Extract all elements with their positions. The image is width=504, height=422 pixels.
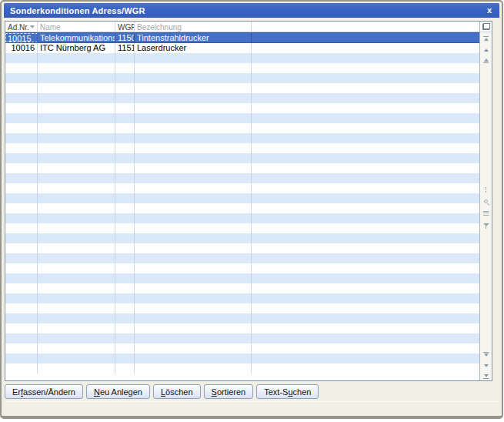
table-cell <box>38 73 115 83</box>
table-cell <box>135 323 252 333</box>
table-cell: Tintenstrahldrucker <box>135 33 252 42</box>
table-cell <box>135 103 252 113</box>
table-cell <box>135 223 252 233</box>
table-row[interactable] <box>5 133 479 143</box>
column-header-wgr[interactable]: WGR <box>115 22 135 32</box>
table-row[interactable] <box>5 63 479 73</box>
table-row[interactable] <box>5 113 479 123</box>
table-cell <box>38 243 115 253</box>
table-cell: Laserdrucker <box>135 43 252 53</box>
table-cell <box>5 203 38 213</box>
table-cell <box>135 53 252 63</box>
close-button[interactable]: x <box>486 6 493 15</box>
table-row[interactable] <box>5 93 479 103</box>
table-cell <box>115 63 135 73</box>
scroll-up-icon[interactable] <box>482 59 489 64</box>
search-icon[interactable] <box>482 199 489 204</box>
scroll-page-down-icon[interactable] <box>482 363 489 368</box>
loeschen-button[interactable]: Löschen <box>153 384 201 399</box>
table-cell <box>38 63 115 73</box>
table-cell <box>252 313 479 323</box>
table-row[interactable] <box>5 143 479 153</box>
table-cell <box>5 153 38 163</box>
table-row[interactable] <box>5 193 479 203</box>
table-cell <box>135 183 252 193</box>
table-cell <box>115 83 135 93</box>
table-row[interactable] <box>5 203 479 213</box>
table-row[interactable] <box>5 123 479 133</box>
table-row[interactable]: 10016ITC Nürnberg AG1151Laserdrucker <box>5 43 479 53</box>
scroll-down-icon[interactable] <box>482 351 489 357</box>
column-header-adnr[interactable]: Ad.Nr. <box>5 22 38 32</box>
scroll-page-up-icon[interactable] <box>482 47 489 52</box>
table-cell <box>115 253 135 263</box>
table-cell <box>135 293 252 303</box>
table-cell <box>38 323 115 333</box>
table-cell <box>38 183 115 193</box>
data-grid: Ad.Nr. Name WGR Bezeichnung 10015Telekom… <box>5 21 492 381</box>
table-row[interactable] <box>5 323 479 333</box>
table-cell: 1151 <box>115 43 135 53</box>
table-row[interactable] <box>5 83 479 93</box>
columns-icon[interactable] <box>482 187 489 193</box>
scroll-to-bottom-icon[interactable] <box>482 374 489 380</box>
sort-desc-icon <box>30 25 35 28</box>
table-row[interactable] <box>5 53 479 63</box>
table-cell <box>5 213 38 223</box>
neu-anlegen-button[interactable]: Neu Anlegen <box>86 384 150 399</box>
list-icon[interactable] <box>482 210 489 216</box>
table-cell <box>115 243 135 253</box>
filter-icon[interactable] <box>482 222 489 227</box>
scroll-down-group <box>480 351 492 380</box>
table-row[interactable] <box>5 73 479 83</box>
table-cell <box>38 273 115 283</box>
table-row[interactable] <box>5 183 479 193</box>
table-cell <box>38 313 115 323</box>
table-row[interactable]: 10015Telekommunikationste1150Tintenstrah… <box>5 32 479 43</box>
table-cell <box>115 93 135 103</box>
text-suchen-button[interactable]: Text-Suchen <box>256 384 319 399</box>
scroll-to-top-icon[interactable] <box>482 35 489 41</box>
table-cell <box>5 193 38 203</box>
table-row[interactable] <box>5 293 479 303</box>
column-header-bezeichnung[interactable]: Bezeichnung <box>135 22 252 32</box>
table-row[interactable] <box>5 153 479 163</box>
table-cell <box>115 143 135 153</box>
table-cell <box>38 143 115 153</box>
table-cell <box>115 233 135 243</box>
sortieren-button[interactable]: Sortieren <box>204 384 254 399</box>
title-bar[interactable]: Sonderkonditionen Adress/WGR x <box>4 3 499 18</box>
table-row[interactable] <box>5 283 479 293</box>
table-row[interactable] <box>5 103 479 113</box>
table-row[interactable] <box>5 363 479 373</box>
table-row[interactable] <box>5 173 479 183</box>
table-row[interactable] <box>5 273 479 283</box>
grid-main: Ad.Nr. Name WGR Bezeichnung 10015Telekom… <box>5 22 479 380</box>
table-row[interactable] <box>5 163 479 173</box>
table-row[interactable] <box>5 243 479 253</box>
table-cell <box>38 123 115 133</box>
table-row[interactable] <box>5 333 479 343</box>
table-cell <box>115 323 135 333</box>
table-row[interactable] <box>5 213 479 223</box>
table-cell <box>252 113 479 123</box>
table-row[interactable] <box>5 353 479 363</box>
column-chooser-button[interactable] <box>480 22 492 32</box>
table-row[interactable] <box>5 233 479 243</box>
erfassen-aendern-button[interactable]: Erfassen/Ändern <box>5 384 83 399</box>
table-row[interactable] <box>5 263 479 273</box>
column-header-name[interactable]: Name <box>38 22 115 32</box>
table-cell <box>135 313 252 323</box>
table-row[interactable] <box>5 223 479 233</box>
table-cell <box>115 303 135 313</box>
column-header-filler <box>252 22 479 32</box>
table-cell <box>252 243 479 253</box>
table-cell <box>5 113 38 123</box>
table-cell: 1150 <box>115 33 135 42</box>
table-row[interactable] <box>5 343 479 353</box>
table-row[interactable] <box>5 313 479 323</box>
table-cell <box>5 93 38 103</box>
table-row[interactable] <box>5 253 479 263</box>
table-row[interactable] <box>5 303 479 313</box>
table-cell <box>115 153 135 163</box>
